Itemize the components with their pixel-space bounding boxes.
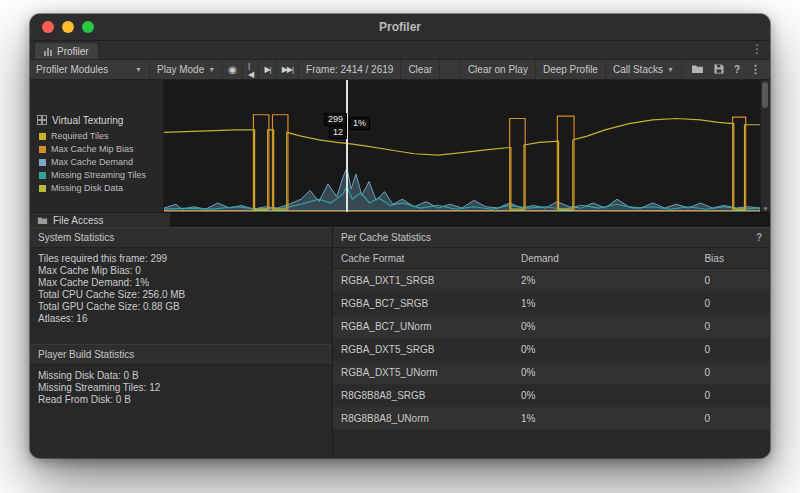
texture-grid-icon	[37, 115, 47, 125]
folder-icon	[37, 216, 48, 225]
play-mode-dropdown[interactable]: Play Mode ▼	[150, 60, 223, 79]
stat-line: Max Cache Demand: 1%	[38, 277, 324, 289]
profiler-window: Profiler Profiler ⋮ Profiler Modules ▼ P…	[30, 14, 770, 458]
legend-item[interactable]: Max Cache Demand	[39, 157, 163, 167]
cell-bias: 0	[704, 275, 770, 286]
stat-line: Missing Streaming Tiles: 12	[38, 382, 324, 394]
current-frame-button[interactable]: ▶▶|	[277, 60, 299, 79]
cell-bias: 0	[704, 344, 770, 355]
table-row: RGBA_BC7_SRGB1%0	[333, 292, 770, 315]
scroll-down-arrow-icon[interactable]: ▼	[761, 206, 770, 212]
cell-bias: 0	[704, 390, 770, 401]
table-row: RGBA_DXT5_UNorm0%0	[333, 361, 770, 384]
file-access-row: File Access	[30, 212, 770, 227]
toolbar-kebab-icon[interactable]: ⋮	[750, 63, 761, 76]
details-pane: System Statistics Tiles required this fr…	[30, 227, 770, 458]
cell-bias: 0	[704, 413, 770, 424]
legend-item[interactable]: Missing Streaming Tiles	[39, 170, 163, 180]
cell-bias: 0	[704, 321, 770, 332]
frame-counter: Frame: 2414 / 2619	[299, 60, 401, 79]
deep-profile-toggle[interactable]: Deep Profile	[536, 60, 606, 79]
cell-cache-format: R8G8B8A8_SRGB	[333, 390, 521, 401]
help-button[interactable]: ?	[734, 64, 740, 75]
window-title: Profiler	[30, 20, 770, 34]
cell-cache-format: RGBA_DXT5_SRGB	[333, 344, 521, 355]
previous-frame-icon: |◀	[248, 61, 254, 79]
legend-swatch	[39, 172, 46, 179]
legend-item[interactable]: Missing Disk Data	[39, 183, 163, 193]
stat-line: Atlases: 16	[38, 313, 324, 325]
chevron-down-icon: ▼	[208, 66, 215, 73]
cell-demand: 0%	[521, 344, 705, 355]
table-row: RGBA_DXT1_SRGB2%0	[333, 269, 770, 292]
module-sidebar: Virtual Texturing Required TilesMax Cach…	[30, 80, 164, 212]
tooltip-cache-demand: 1%	[349, 117, 370, 130]
help-icon[interactable]: ?	[756, 232, 762, 243]
profiler-modules-dropdown[interactable]: Profiler Modules ▼	[30, 60, 150, 79]
system-statistics-pane: System Statistics Tiles required this fr…	[30, 227, 333, 458]
cell-cache-format: RGBA_BC7_SRGB	[333, 298, 521, 309]
tooltip-missing-tiles: 12	[329, 126, 347, 139]
legend-item[interactable]: Required Tiles	[39, 131, 163, 141]
module-label: Virtual Texturing	[52, 115, 123, 126]
toolbar-gap	[440, 60, 460, 79]
last-frame-icon: ▶▶|	[282, 65, 293, 74]
vt-legend: Required TilesMax Cache Mip BiasMax Cach…	[30, 131, 163, 193]
save-profile-button[interactable]	[714, 64, 724, 76]
chart-region: Virtual Texturing Required TilesMax Cach…	[30, 80, 770, 212]
close-button[interactable]	[42, 21, 54, 33]
vt-chart-svg	[164, 80, 760, 212]
cell-cache-format: RGBA_DXT1_SRGB	[333, 275, 521, 286]
record-button[interactable]: ◉	[223, 60, 243, 79]
minimize-button[interactable]	[62, 21, 74, 33]
call-stacks-dropdown[interactable]: Call Stacks ▼	[606, 60, 682, 79]
cell-cache-format: RGBA_DXT5_UNorm	[333, 367, 521, 378]
titlebar[interactable]: Profiler	[30, 14, 770, 41]
system-statistics-header: System Statistics	[30, 227, 332, 248]
module-label: File Access	[53, 215, 104, 226]
playhead[interactable]	[346, 80, 348, 212]
cache-table-body: RGBA_DXT1_SRGB2%0RGBA_BC7_SRGB1%0RGBA_BC…	[333, 269, 770, 430]
cell-demand: 1%	[521, 413, 705, 424]
profiler-tab-icon	[44, 47, 53, 56]
table-row: RGBA_DXT5_SRGB0%0	[333, 338, 770, 361]
cache-table-column-header: Cache Format Demand Bias	[333, 248, 770, 269]
next-frame-button[interactable]: ▶|	[259, 60, 276, 79]
legend-swatch	[39, 159, 46, 166]
cell-cache-format: RGBA_BC7_UNorm	[333, 321, 521, 332]
legend-label: Max Cache Demand	[51, 157, 133, 167]
clear-on-play-toggle[interactable]: Clear on Play	[460, 60, 536, 79]
module-header-virtual-texturing[interactable]: Virtual Texturing	[30, 112, 163, 128]
clear-button[interactable]: Clear	[401, 60, 440, 79]
load-profile-button[interactable]	[691, 64, 704, 76]
legend-item[interactable]: Max Cache Mip Bias	[39, 144, 163, 154]
column-bias: Bias	[704, 253, 770, 264]
cell-demand: 0%	[521, 390, 705, 401]
modules-scrollbar[interactable]: ▼	[760, 80, 770, 212]
cell-bias: 0	[704, 298, 770, 309]
tab-menu-kebab-icon[interactable]: ⋮	[751, 42, 763, 56]
sidebar-spacer	[30, 80, 163, 112]
pane-gap	[30, 330, 332, 344]
zoom-button[interactable]	[82, 21, 94, 33]
scrollbar-thumb[interactable]	[762, 82, 768, 108]
traffic-lights	[42, 21, 94, 33]
stat-line: Total CPU Cache Size: 256.0 MB	[38, 289, 324, 301]
chevron-down-icon: ▼	[135, 66, 142, 73]
per-cache-statistics-header: Per Cache Statistics ?	[333, 227, 770, 248]
table-row: R8G8B8A8_SRGB0%0	[333, 384, 770, 407]
previous-frame-button[interactable]: |◀	[243, 60, 260, 79]
stat-line: Total GPU Cache Size: 0.88 GB	[38, 301, 324, 313]
legend-swatch	[39, 185, 46, 192]
vt-chart[interactable]: 299 12 1%	[164, 80, 760, 212]
module-header-file-access[interactable]: File Access	[30, 212, 171, 227]
file-access-chart-strip	[171, 212, 770, 227]
cell-demand: 0%	[521, 367, 705, 378]
cell-demand: 1%	[521, 298, 705, 309]
tooltip-required-tiles: 299	[324, 113, 347, 126]
tab-label: Profiler	[57, 46, 89, 57]
toolbar: Profiler Modules ▼ Play Mode ▼ ◉ |◀ ▶| ▶…	[30, 60, 770, 80]
tab-profiler[interactable]: Profiler	[34, 42, 99, 59]
chevron-down-icon: ▼	[667, 66, 674, 73]
next-frame-icon: ▶|	[264, 65, 270, 74]
